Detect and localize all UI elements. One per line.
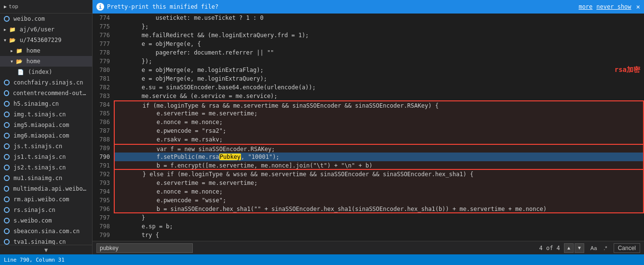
code-text: e.servertime = me.servertime; [115,180,257,186]
highlight-pubkey: Pubkey [219,153,241,160]
sidebar-item-tva1sinaimg[interactable]: tva1.sinaimg.cn [0,237,92,245]
cloud-icon [4,165,10,170]
search-next-button[interactable]: ▼ [575,243,584,253]
sidebar-title: top [9,3,18,10]
code-text: me.failRedirect && (me.loginExtraQuery.f… [114,32,309,39]
sidebar-item-label: js2.t.sinajs.cn [13,164,66,171]
code-text: if (me.loginType & rsa && me.servertime … [115,102,439,109]
line-number-794: 794 [93,187,114,196]
info-icon: i [96,3,104,11]
code-line-784: if (me.loginType & rsa && me.servertime … [114,100,644,109]
sidebar-item-home1[interactable]: ▶📁home [0,45,92,56]
info-bar: i Pretty-print this minified file? more … [93,0,644,14]
code-text: pagerefer: document.referrer || "" [114,49,274,56]
code-lines: useticket: me.useTicket ? 1 : 0 }; me.fa… [114,14,644,241]
sidebar-item-jstsinajs[interactable]: js.t.sinajs.cn [0,141,92,152]
editor-area: i Pretty-print this minified file? more … [93,0,644,254]
sidebar-item-label: conchfairy.sinajs.cn [13,79,83,86]
chevron-right-icon: ▶ [4,28,6,32]
code-text: var f = new sinaSSOEncoder.RSAKey; [115,146,275,153]
sidebar-item-h5sinaimg[interactable]: h5.sinaimg.cn [0,98,92,109]
sidebar-item-home2[interactable]: ▼📂home [0,56,92,67]
sidebar-item-img6miaopai[interactable]: img6.miaopai.com [0,130,92,141]
sidebar-item-label: js1.t.sinajs.cn [13,153,66,160]
code-text: e.sp = b; [114,223,173,230]
regex-button[interactable]: .* [601,243,609,253]
line-number-790: 790 [93,153,114,161]
line-number-796: 796 [93,205,114,213]
close-button[interactable]: × [636,3,640,11]
never-show-button[interactable]: never show [596,3,631,10]
sidebar-list[interactable]: weibo.com▶📁aj/v6/user▼📂u/7453607229▶📁hom… [0,14,92,245]
sidebar-item-rssinajs[interactable]: rs.sinajs.cn [0,205,92,215]
code-line-778: pagerefer: document.referrer || "" [114,48,644,57]
cloud-icon [4,80,10,85]
sidebar-item-u7453607229[interactable]: ▼📂u/7453607229 [0,35,92,45]
sidebar-item-label: aj/v6/user [20,26,54,33]
line-number-786: 786 [93,118,114,126]
line-number-795: 795 [93,196,114,205]
line-number-781: 781 [93,74,114,83]
code-text: f.setPublic(me.rsaPubkey, "10001"); [115,153,280,160]
code-line-783: me.service && (e.service = me.service); [114,92,644,100]
sidebar-item-weibo[interactable]: weibo.com [0,14,92,24]
cloud-icon [4,16,10,22]
sidebar-item-conchfairy[interactable]: conchfairy.sinajs.cn [0,77,92,88]
sidebar-item-js2tsinajs[interactable]: js2.t.sinajs.cn [0,162,92,173]
cloud-icon [4,186,9,192]
sidebar-item-label: h5.sinaimg.cn [13,100,59,107]
cloud-icon [4,228,10,234]
code-line-776: me.failRedirect && (me.loginExtraQuery.f… [114,31,644,40]
sidebar-item-aj-v6[interactable]: ▶📁aj/v6/user [0,24,92,35]
code-line-779: }); [114,57,644,66]
sidebar-item-label: rm.api.weibo.com [13,196,69,203]
sidebar-item-contentrecommend[interactable]: contentrecommend-out.uve.w [0,88,92,98]
code-text: }; [114,23,148,30]
search-prev-button[interactable]: ▲ [564,243,574,253]
code-text: me.service && (e.service = me.service); [114,93,278,99]
code-line-791: b = f.encrypt([me.servertime, me.nonce].… [114,161,644,170]
sidebar-item-multimediaapi[interactable]: multimedia.api.weibo.com [0,183,92,194]
cloud-icon [4,101,10,107]
code-text: e.pwencode = "rsa2"; [115,127,226,134]
code-line-782: e.su = sinaSSOEncoder.base64.encode(urle… [114,83,644,92]
line-number-775: 775 [93,22,114,31]
sidebar-item-label: rs.sinajs.cn [13,207,55,213]
code-line-789: var f = new sinaSSOEncoder.RSAKey; [114,144,644,153]
line-number-785: 785 [93,109,114,118]
sidebar-item-index[interactable]: 📄(index) [0,67,92,77]
sidebar-item-label: img5.miaopai.com [13,122,69,128]
match-case-button[interactable]: Aa [588,243,599,253]
more-button[interactable]: more [578,3,592,10]
line-number-798: 798 [93,222,114,231]
line-number-778: 778 [93,48,114,57]
chevron-right-icon: ▶ [11,49,13,53]
code-text: e.nonce = me.nonce; [115,188,223,195]
code-text: b = f.encrypt([me.servertime, me.nonce].… [115,162,373,169]
sidebar-item-sweibo[interactable]: s.weibo.com [0,215,92,226]
sidebar-item-mu1sinaimg[interactable]: mu1.sinaimg.cn [0,173,92,183]
sidebar-item-sbeaconsina[interactable]: sbeacon.sina.com.cn [0,226,92,237]
search-input[interactable] [96,243,193,253]
code-text: e.nonce = me.nonce; [115,119,223,126]
sidebar-item-js1tsinajs[interactable]: js1.t.sinajs.cn [0,152,92,162]
lines-wrapper[interactable]: 7747757767777787797807817827837847857867… [93,14,644,241]
sidebar-item-rmapiwb[interactable]: rm.api.weibo.com [0,194,92,205]
folder-icon: 📁 [9,27,16,33]
sidebar-item-label: mu1.sinaimg.cn [13,175,62,181]
sidebar-item-label: weibo.com [13,15,45,22]
sidebar-item-label: contentrecommend-out.uve.w [13,90,88,97]
code-text: e = objMerge(e, { [114,41,201,47]
sidebar-item-imgsinajs[interactable]: img.t.sinajs.cn [0,109,92,120]
chevron-down-icon: ▼ [4,38,6,42]
sidebar: ▶ top weibo.com▶📁aj/v6/user▼📂u/745360722… [0,0,93,254]
cloud-icon [4,143,10,149]
code-text: } else if (me.loginType & wsse && me.ser… [115,171,473,178]
code-line-774: useticket: me.useTicket ? 1 : 0 [114,14,644,22]
main-area: ▶ top weibo.com▶📁aj/v6/user▼📂u/745360722… [0,0,644,254]
sidebar-item-img5miaopai[interactable]: img5.miaopai.com [0,120,92,130]
line-number-782: 782 [93,83,114,92]
top-icon: ▶ [4,4,7,9]
cancel-search-button[interactable]: Cancel [614,243,640,253]
sidebar-scroll-down[interactable]: ▼ [0,245,92,254]
